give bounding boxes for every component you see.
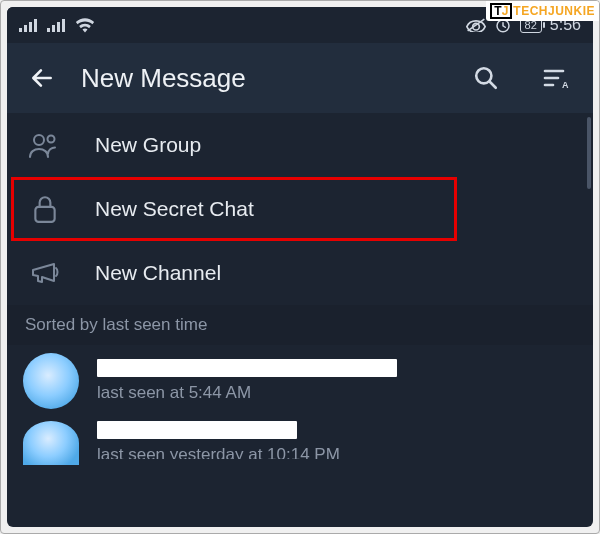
signal-icon-2 xyxy=(47,18,65,32)
new-group-label: New Group xyxy=(95,133,201,157)
contact-name-redacted xyxy=(97,359,397,377)
signal-icon-1 xyxy=(19,18,37,32)
contact-last-seen: last seen yesterday at 10:14 PM xyxy=(97,445,577,459)
svg-point-8 xyxy=(34,135,44,145)
eye-icon xyxy=(466,18,486,32)
avatar xyxy=(23,353,79,409)
new-secret-chat-label: New Secret Chat xyxy=(95,197,254,221)
contact-row-2[interactable]: last seen yesterday at 10:14 PM xyxy=(7,417,593,473)
options-list: New Group New Secret Chat New Channel So… xyxy=(7,113,593,473)
contact-last-seen: last seen at 5:44 AM xyxy=(97,383,577,403)
toolbar: New Message A xyxy=(7,43,593,113)
new-group-row[interactable]: New Group xyxy=(7,113,593,177)
megaphone-icon xyxy=(25,259,65,287)
new-secret-chat-row[interactable]: New Secret Chat xyxy=(7,177,593,241)
new-channel-label: New Channel xyxy=(95,261,221,285)
phone-screen: 82 5:56 New Message A New Group xyxy=(7,7,593,527)
contact-row-1[interactable]: last seen at 5:44 AM xyxy=(7,345,593,417)
new-channel-row[interactable]: New Channel xyxy=(7,241,593,305)
group-icon xyxy=(25,132,65,158)
page-title: New Message xyxy=(81,63,246,94)
svg-text:A: A xyxy=(562,80,569,90)
svg-rect-10 xyxy=(35,207,54,222)
contact-name-redacted xyxy=(97,421,297,439)
svg-point-9 xyxy=(48,136,55,143)
sort-button[interactable]: A xyxy=(543,65,571,91)
avatar xyxy=(23,421,79,465)
lock-icon xyxy=(25,194,65,224)
wifi-icon xyxy=(75,17,95,33)
scrollbar[interactable] xyxy=(587,117,591,189)
svg-line-3 xyxy=(490,82,496,88)
search-button[interactable] xyxy=(473,65,499,91)
back-button[interactable] xyxy=(29,65,55,91)
watermark: TJTECHJUNKIE xyxy=(486,1,599,21)
section-header: Sorted by last seen time xyxy=(7,305,593,345)
